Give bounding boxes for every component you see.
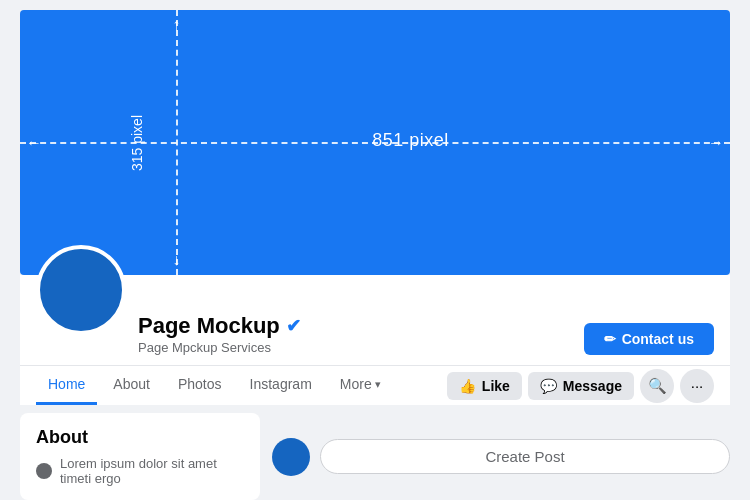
profile-subtitle: Page Mpckup Services <box>138 340 572 355</box>
profile-name: Page Mockup ✔ <box>138 313 572 339</box>
search-icon: 🔍 <box>648 377 667 395</box>
dimension-lines: ← → ↑ ↓ 851 pixel 315 pixel <box>20 10 730 275</box>
message-icon: 💬 <box>540 378 557 394</box>
arrow-left-icon: ← <box>26 134 42 152</box>
info-icon <box>36 463 52 479</box>
message-label: Message <box>563 378 622 394</box>
width-label: 851 pixel <box>372 130 449 151</box>
arrow-up-icon: ↑ <box>172 16 180 34</box>
arrow-down-icon: ↓ <box>172 251 180 269</box>
nav-tabs: Home About Photos Instagram More ▾ <box>36 366 393 405</box>
more-label: More <box>340 376 372 392</box>
like-label: Like <box>482 378 510 394</box>
about-section-title: About <box>36 427 244 448</box>
tab-more[interactable]: More ▾ <box>328 366 393 405</box>
create-post-avatar <box>272 438 310 476</box>
search-button[interactable]: 🔍 <box>640 369 674 403</box>
chevron-down-icon: ▾ <box>375 378 381 391</box>
tab-instagram[interactable]: Instagram <box>238 366 324 405</box>
like-button[interactable]: 👍 Like <box>447 372 522 400</box>
height-label: 315 pixel <box>129 114 145 170</box>
arrow-right-icon: → <box>708 134 724 152</box>
about-item-text: Lorem ipsum dolor sit amet timeti ergo <box>60 456 244 486</box>
about-item: Lorem ipsum dolor sit amet timeti ergo <box>36 456 244 486</box>
tab-about[interactable]: About <box>101 366 162 405</box>
profile-info: Page Mockup ✔ Page Mpckup Services <box>138 313 572 365</box>
create-post-button[interactable]: Create Post <box>320 439 730 474</box>
more-options-button[interactable]: ··· <box>680 369 714 403</box>
ellipsis-icon: ··· <box>691 377 704 394</box>
cover-photo: ← → ↑ ↓ 851 pixel 315 pixel <box>20 10 730 275</box>
contact-icon: ✏ <box>604 331 616 347</box>
about-section: About Lorem ipsum dolor sit amet timeti … <box>20 413 260 500</box>
v-line <box>176 10 178 275</box>
contact-btn-label: Contact us <box>622 331 694 347</box>
message-button[interactable]: 💬 Message <box>528 372 634 400</box>
nav-actions: 👍 Like 💬 Message 🔍 ··· <box>447 369 714 403</box>
tab-home[interactable]: Home <box>36 366 97 405</box>
page-title: Page Mockup <box>138 313 280 339</box>
nav-bar: Home About Photos Instagram More ▾ 👍 Lik… <box>20 365 730 405</box>
page-wrapper: ← → ↑ ↓ 851 pixel 315 pixel Page Mockup … <box>0 10 750 500</box>
content-area: About Lorem ipsum dolor sit amet timeti … <box>20 413 730 500</box>
tab-photos[interactable]: Photos <box>166 366 234 405</box>
like-icon: 👍 <box>459 378 476 394</box>
verified-icon: ✔ <box>286 315 301 337</box>
avatar <box>36 245 126 335</box>
create-post-section: Create Post <box>272 413 730 500</box>
contact-us-button[interactable]: ✏ Contact us <box>584 323 714 355</box>
profile-section: Page Mockup ✔ Page Mpckup Services ✏ Con… <box>20 275 730 365</box>
